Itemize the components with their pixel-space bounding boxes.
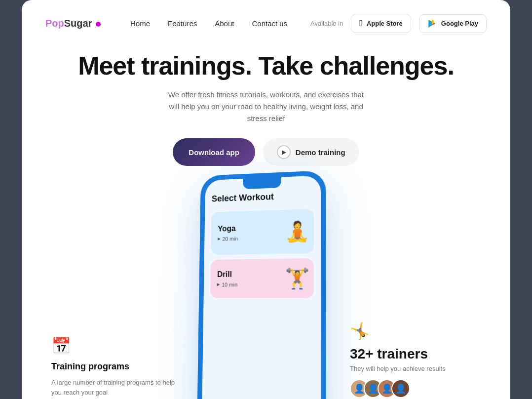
avatar-4: 👤 (391, 379, 410, 398)
trainers-count: 32+ trainers (350, 346, 428, 362)
download-app-button[interactable]: Download app (173, 138, 255, 166)
yoga-label: Yoga (218, 224, 238, 233)
logo-dot (96, 22, 101, 27)
training-programs-title: Training programs (51, 361, 182, 372)
google-play-button[interactable]: Google Play (419, 14, 487, 33)
google-play-label: Google Play (441, 20, 478, 27)
hero-subtitle: We offer fresh fitness tutorials, workou… (162, 89, 370, 124)
navbar: PopSugar Home Features About Contact us … (22, 0, 510, 47)
apple-store-label: Apple Store (367, 20, 403, 27)
nav-features[interactable]: Features (168, 19, 197, 28)
yoga-time: 20 min (218, 236, 238, 242)
phone-outer: Select Workout Yoga 20 min 🧘 Drill 10 (197, 170, 326, 399)
drill-workout-card: Drill 10 min 🏋️ (210, 258, 314, 298)
hero-buttons: Download app ▶ Demo training (45, 138, 487, 166)
trainers-icon: 🤸 (350, 321, 370, 340)
trainers-desc: They will help you achieve results (350, 365, 446, 372)
nav-home[interactable]: Home (130, 19, 150, 28)
training-programs-icon: 📅 (51, 336, 182, 355)
drill-figure: 🏋️ (285, 267, 310, 290)
hero-section: Meet trainings. Take challenges. We offe… (22, 47, 510, 166)
nav-about[interactable]: About (215, 19, 234, 28)
phone-mockup: Select Workout Yoga 20 min 🧘 Drill 10 (197, 171, 335, 399)
demo-label: Demo training (296, 148, 345, 157)
logo-sugar: Sugar (64, 18, 92, 29)
phone-notch (243, 177, 281, 190)
phone-screen: Select Workout Yoga 20 min 🧘 Drill 10 (202, 175, 321, 399)
logo-pop: Pop (45, 18, 64, 29)
demo-training-button[interactable]: ▶ Demo training (263, 138, 359, 166)
left-feature: 📅 Training programs A large number of tr… (22, 336, 197, 399)
nav-right: Available in  Apple Store Google Play (310, 14, 487, 33)
nav-links: Home Features About Contact us (130, 19, 287, 28)
drill-time: 10 min (217, 281, 238, 287)
logo: PopSugar (45, 18, 101, 29)
phone-section: 📅 Training programs A large number of tr… (22, 171, 510, 399)
hero-headline: Meet trainings. Take challenges. (45, 52, 487, 80)
apple-store-button[interactable]:  Apple Store (351, 14, 411, 33)
training-programs-desc: A large number of training programs to h… (51, 378, 182, 399)
phone-inner: Select Workout Yoga 20 min 🧘 Drill 10 (202, 175, 321, 399)
apple-icon:  (359, 18, 363, 29)
drill-label: Drill (217, 270, 238, 279)
main-card: PopSugar Home Features About Contact us … (22, 0, 510, 399)
right-feature: 🤸 32+ trainers They will help you achiev… (335, 321, 510, 399)
yoga-figure: 🧘 (285, 219, 309, 243)
trainer-avatars: 👤 👤 👤 👤 (350, 379, 410, 398)
screen-title: Select Workout (212, 191, 314, 205)
google-play-icon (427, 19, 437, 29)
play-icon: ▶ (277, 145, 291, 159)
nav-contact[interactable]: Contact us (252, 19, 287, 28)
available-in-label: Available in (310, 20, 343, 27)
yoga-workout-card: Yoga 20 min 🧘 (211, 209, 314, 255)
